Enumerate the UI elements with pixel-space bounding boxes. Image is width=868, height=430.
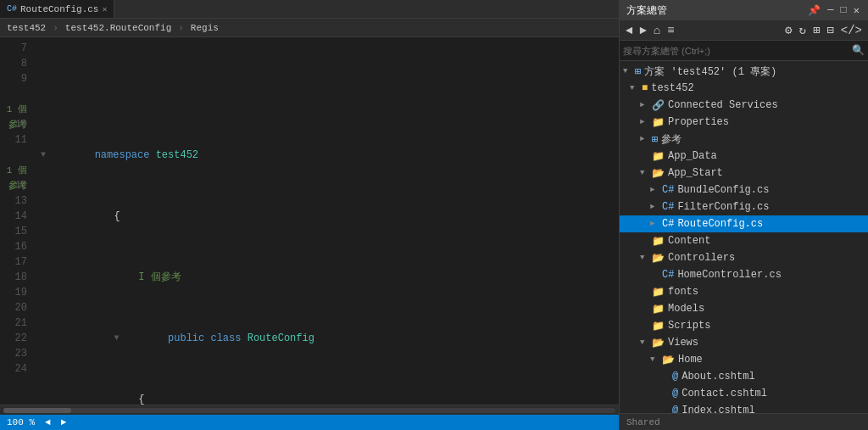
- code-line-11: {: [41, 392, 612, 405]
- tree-item-appdata[interactable]: 📁 App_Data: [620, 148, 868, 165]
- breadcrumb-project[interactable]: test452: [7, 23, 46, 33]
- ref-icon: ⊞: [652, 133, 658, 146]
- route-expand: ►: [650, 220, 660, 228]
- code-comment-ref1: I 個參考: [41, 270, 612, 285]
- search-bar: 🔍: [620, 41, 868, 61]
- controllers-label: Controllers: [668, 252, 735, 264]
- service-icon: 🔗: [652, 99, 665, 112]
- views-icon: 📂: [652, 337, 665, 349]
- scrollbar-thumb[interactable]: [3, 408, 71, 413]
- tree-item-references[interactable]: ► ⊞ 參考: [620, 131, 868, 148]
- tree-item-scripts[interactable]: 📁 Scripts: [620, 317, 868, 334]
- tree-item-filterconfig[interactable]: ► C# FilterConfig.cs: [620, 198, 868, 215]
- tree-item-solution[interactable]: ▼ ⊞ 方案 'test452' (1 專案): [620, 63, 868, 80]
- bundleconfig-label: BundleConfig.cs: [677, 184, 769, 196]
- pin-btn[interactable]: 📌: [806, 4, 822, 17]
- tree-item-project[interactable]: ▼ ■ test452: [620, 80, 868, 97]
- scripts-expand: [640, 321, 650, 330]
- close-panel-btn[interactable]: ✕: [852, 4, 861, 17]
- editor-tabs: C# RouteConfig.cs ✕: [0, 0, 619, 19]
- solution-icon: ⊞: [635, 65, 641, 78]
- solution-label: 方案 'test452' (1 專案): [644, 64, 776, 79]
- search-btn[interactable]: 🔍: [852, 44, 865, 57]
- properties-label: Properties: [668, 116, 729, 128]
- fonts-icon: 📁: [652, 286, 665, 299]
- bundleconfig-icon: C#: [662, 184, 674, 196]
- tab-close-btn[interactable]: ✕: [102, 4, 107, 14]
- ref-expand-arrow: ►: [640, 135, 650, 143]
- toolbar-refresh-btn[interactable]: ↻: [796, 21, 808, 39]
- tree-item-fonts[interactable]: 📁 fonts: [620, 283, 868, 300]
- appdata-expand-arrow: [640, 152, 650, 160]
- scripts-icon: 📁: [652, 320, 665, 332]
- tree-item-bundleconfig[interactable]: ► C# BundleConfig.cs: [620, 181, 868, 198]
- about-label: About.cshtml: [682, 371, 754, 383]
- panel-title-bar: 方案總管 📌 ─ □ ✕: [620, 0, 868, 20]
- homecontroller-label: HomeController.cs: [677, 269, 781, 281]
- appstart-icon: 📂: [652, 167, 665, 180]
- code-line-8: ▼ namespace test452: [41, 148, 612, 163]
- tree-item-models[interactable]: 📁 Models: [620, 300, 868, 317]
- code-view[interactable]: ▼ namespace test452 { I 個參考 ▼ public cla…: [34, 37, 619, 405]
- index-icon: @: [672, 405, 678, 413]
- tree-item-about[interactable]: @ About.cshtml: [620, 368, 868, 385]
- tree-item-contact[interactable]: @ Contact.cshtml: [620, 385, 868, 402]
- search-input[interactable]: [623, 46, 852, 56]
- tree-item-appstart[interactable]: ▼ 📂 App_Start: [620, 165, 868, 181]
- maximize-btn[interactable]: □: [839, 4, 849, 16]
- toolbar-settings-btn[interactable]: ⚙: [782, 21, 794, 39]
- breadcrumb-sep1: ›: [53, 23, 58, 33]
- tree-item-controllers[interactable]: ▼ 📂 Controllers: [620, 249, 868, 266]
- editor-breadcrumb-bar: test452 › test452.RouteConfig › Regis: [0, 19, 619, 37]
- appstart-expand-arrow: ▼: [640, 169, 650, 177]
- toolbar-more-btn[interactable]: </>: [838, 22, 865, 39]
- models-label: Models: [668, 303, 704, 315]
- project-expand-arrow: ▼: [630, 84, 640, 92]
- breadcrumb-sep2: ›: [178, 23, 184, 33]
- controllers-icon: 📂: [652, 252, 665, 265]
- routeconfig-label: RouteConfig.cs: [677, 218, 763, 230]
- solution-expand-arrow: ▼: [623, 67, 633, 75]
- horizontal-scrollbar[interactable]: [0, 405, 619, 415]
- code-line-7: [41, 87, 612, 102]
- editor-content[interactable]: 7 8 9 1 個參考 10 11 1 個參考 12 13 14 15 16 1…: [0, 37, 619, 405]
- scroll-right-btn[interactable]: ►: [61, 417, 67, 427]
- breadcrumb-method[interactable]: Regis: [191, 23, 219, 33]
- tree-item-connected-services[interactable]: ► 🔗 Connected Services: [620, 97, 868, 114]
- panel-controls: 📌 ─ □ ✕: [806, 4, 861, 17]
- toolbar-home-btn[interactable]: ⌂: [651, 22, 663, 39]
- scrollbar-track[interactable]: [3, 408, 615, 413]
- tree-item-home-folder[interactable]: ▼ 📂 Home: [620, 351, 868, 368]
- toolbar-expand-btn[interactable]: ⊞: [810, 21, 822, 39]
- scroll-left-btn[interactable]: ◄: [45, 417, 51, 427]
- editor-area: C# RouteConfig.cs ✕ test452 › test452.Ro…: [0, 0, 619, 430]
- appstart-label: App_Start: [668, 167, 723, 179]
- properties-icon: 📁: [652, 116, 665, 129]
- toolbar-prop-btn[interactable]: ≡: [665, 22, 676, 39]
- minimize-btn[interactable]: ─: [826, 4, 835, 16]
- contact-label: Contact.cshtml: [682, 388, 767, 399]
- tree-item-routeconfig[interactable]: ► C# RouteConfig.cs: [620, 215, 868, 232]
- prop-expand-arrow: ►: [640, 118, 650, 126]
- breadcrumb-class[interactable]: test452.RouteConfig: [65, 23, 171, 33]
- editor-status-bar: 100 % ◄ ►: [0, 415, 619, 430]
- tree-item-index[interactable]: @ Index.cshtml: [620, 402, 868, 413]
- contact-icon: @: [672, 388, 678, 399]
- panel-title: 方案總管: [626, 3, 667, 18]
- panel-toolbar: ◄ ► ⌂ ≡ ⚙ ↻ ⊞ ⊟ </>: [620, 20, 868, 41]
- models-expand: [640, 304, 650, 313]
- tree-item-properties[interactable]: ► 📁 Properties: [620, 114, 868, 131]
- solution-tree[interactable]: ▼ ⊞ 方案 'test452' (1 專案) ▼ ■ test452 ► 🔗 …: [620, 61, 868, 413]
- panel-footer: Shared: [620, 413, 868, 430]
- toolbar-back-btn[interactable]: ◄: [623, 22, 635, 39]
- connected-services-label: Connected Services: [668, 99, 778, 111]
- content-expand: [640, 237, 650, 245]
- tree-item-views[interactable]: ▼ 📂 Views: [620, 334, 868, 351]
- toolbar-collapse-btn[interactable]: ⊟: [824, 21, 836, 39]
- homecontroller-icon: C#: [662, 269, 674, 281]
- tree-item-content[interactable]: 📁 Content: [620, 232, 868, 249]
- tree-item-homecontroller[interactable]: C# HomeController.cs: [620, 266, 868, 283]
- tab-routeconfig[interactable]: C# RouteConfig.cs ✕: [0, 0, 114, 18]
- content-label: Content: [668, 235, 710, 247]
- toolbar-fwd-btn[interactable]: ►: [637, 22, 648, 39]
